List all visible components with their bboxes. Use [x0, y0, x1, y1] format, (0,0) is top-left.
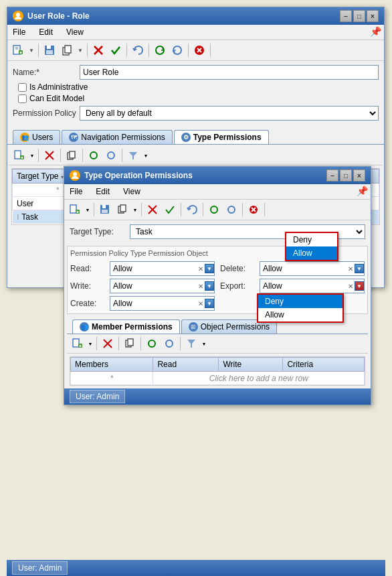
tab-member[interactable]: 👥 Member Permissions [72, 319, 180, 334]
export-deny-option-w2[interactable]: Deny [258, 295, 342, 308]
maximize-button[interactable]: □ [353, 10, 365, 22]
write-arrow-button[interactable]: ▼ [205, 281, 214, 291]
toolbar-sep-3 [126, 44, 127, 57]
toolbar-sep-2 [87, 44, 88, 57]
create-arrow-button[interactable]: ▼ [205, 299, 214, 308]
new-dropdown-button[interactable]: ▼ [27, 42, 35, 58]
export-deny-option[interactable]: Deny [286, 233, 337, 246]
member-filter-dd[interactable]: ▼ [201, 336, 207, 352]
window2-maximize[interactable]: □ [340, 169, 352, 182]
member-delete-button[interactable] [100, 336, 116, 352]
table-filter-button[interactable] [125, 147, 141, 163]
window2-pin-icon[interactable]: 📌 [357, 186, 368, 198]
new-button[interactable] [10, 42, 26, 58]
write-clear-button[interactable]: ✕ [197, 283, 205, 290]
delete-arrow-button[interactable]: ▼ [355, 264, 364, 273]
menu-bar: File Edit View 📌 [7, 25, 384, 40]
svg-rect-8 [47, 46, 51, 49]
w2-new-dd[interactable]: ▼ [84, 202, 91, 218]
window2-close[interactable]: × [353, 169, 365, 182]
export-allow-option-w2[interactable]: Allow [258, 308, 342, 321]
copy-dropdown-button[interactable]: ▼ [76, 42, 84, 58]
svg-point-30 [73, 172, 77, 176]
object-tab-icon: ⊞ [189, 322, 198, 332]
window2-menu-file[interactable]: File [67, 186, 85, 198]
name-input[interactable] [80, 65, 379, 80]
table-new-button[interactable] [11, 147, 27, 163]
toolbar-sep-5 [188, 44, 189, 57]
member-table-toolbar: ▼ ▼ [67, 334, 368, 354]
delete-value: Allow [260, 264, 347, 273]
menu-file[interactable]: File [10, 26, 28, 38]
close-button[interactable]: × [367, 10, 379, 22]
tab-type[interactable]: ⚙ Type Permissions [174, 130, 269, 144]
w2-export-button[interactable] [246, 202, 262, 218]
read-clear-button[interactable]: ✕ [197, 265, 205, 273]
write-label: Write: [70, 281, 107, 291]
policy-select[interactable]: Deny all by default [80, 106, 379, 121]
export-arrow-w2-button[interactable]: ▼ [355, 281, 364, 291]
svg-point-42 [211, 206, 217, 213]
perm-row-read: Read: Allow ✕ ▼ [70, 261, 215, 276]
w2-ok-button[interactable] [162, 202, 178, 218]
read-label: Read: [70, 264, 107, 273]
w2-refresh-button[interactable] [206, 202, 222, 218]
svg-marker-57 [187, 340, 195, 348]
create-clear-button[interactable]: ✕ [197, 300, 205, 307]
member-refresh-button[interactable] [144, 336, 160, 352]
menu-view[interactable]: View [64, 26, 86, 38]
svg-point-55 [149, 340, 155, 347]
window2-menu-edit[interactable]: Edit [93, 186, 112, 198]
export-allow-option[interactable]: Allow [286, 246, 337, 260]
can-edit-checkbox[interactable] [18, 94, 27, 103]
tab-nav[interactable]: 🗺 Navigation Permissions [62, 130, 172, 144]
policy-row: Permission Policy Deny all by default [13, 106, 379, 121]
svg-point-27 [90, 152, 97, 159]
w2-refresh2-button[interactable] [223, 202, 239, 218]
member-copy-button[interactable] [122, 336, 138, 352]
main-status-bar: User: Admin [7, 560, 385, 576]
export-button[interactable] [191, 42, 207, 58]
member-filter-button[interactable] [183, 336, 199, 352]
refresh2-button[interactable] [169, 42, 185, 58]
w2-copy-button[interactable] [114, 202, 130, 218]
task-target-text: Task [21, 212, 38, 222]
policy-label: Permission Policy [13, 109, 80, 118]
nav-tab-icon: 🗺 [69, 133, 78, 142]
w2-save-button[interactable] [97, 202, 113, 218]
undo-button[interactable] [130, 42, 146, 58]
window2-menu-view[interactable]: View [120, 186, 143, 198]
minimize-button[interactable]: – [340, 10, 352, 22]
delete-clear-button[interactable]: ✕ [347, 265, 355, 273]
perm-row-write: Write: Allow ✕ ▼ [70, 279, 215, 293]
w2-copy-dd[interactable]: ▼ [132, 202, 138, 218]
ok-button[interactable] [108, 42, 124, 58]
delete-button[interactable] [90, 42, 106, 58]
window2-minimize[interactable]: – [326, 169, 338, 182]
w2-new-button[interactable] [67, 202, 83, 218]
read-control: Allow ✕ ▼ [110, 261, 215, 276]
table-copy-button[interactable] [64, 147, 80, 163]
tab-users[interactable]: 👥 Users [13, 130, 60, 144]
member-new-row-hint[interactable]: Click here to add a new row [153, 372, 365, 385]
member-new-dd[interactable]: ▼ [87, 336, 94, 352]
export-clear-w2-button[interactable]: ✕ [347, 283, 355, 290]
w2-undo-button[interactable] [184, 202, 200, 218]
menu-edit[interactable]: Edit [36, 26, 56, 38]
copy-button[interactable] [59, 42, 75, 58]
write-control: Allow ✕ ▼ [110, 279, 215, 293]
save-button[interactable] [41, 42, 58, 58]
table-refresh-button[interactable] [86, 147, 102, 163]
refresh-button[interactable] [152, 42, 168, 58]
member-refresh2-button[interactable] [161, 336, 177, 352]
table-refresh2-button[interactable] [103, 147, 119, 163]
table-filter-dd[interactable]: ▼ [142, 147, 149, 163]
table-delete-button[interactable] [41, 147, 58, 163]
read-arrow-button[interactable]: ▼ [205, 264, 214, 273]
member-new-button[interactable] [70, 336, 86, 352]
w2-delete-button[interactable] [144, 202, 161, 218]
table-new-dd[interactable]: ▼ [29, 147, 35, 163]
window-pin-icon[interactable]: 📌 [370, 26, 381, 38]
toolbar-sep-6 [210, 44, 211, 57]
is-admin-checkbox[interactable] [18, 83, 27, 92]
